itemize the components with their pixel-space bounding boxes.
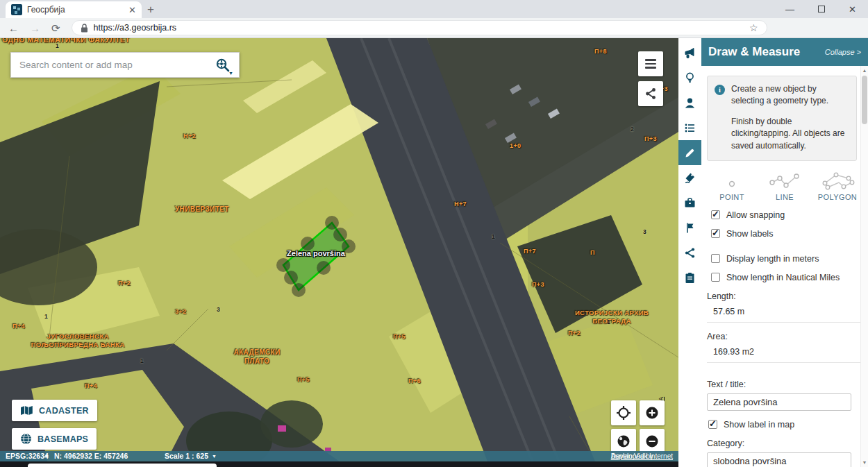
cadaster-button[interactable]: CADASTER	[12, 400, 97, 421]
epsg-caret-icon[interactable]: ▼	[44, 451, 49, 461]
address-bar[interactable]: https://a3.geosrbija.rs ☆	[72, 20, 767, 35]
collapse-button[interactable]: Collapse >	[825, 48, 861, 56]
point-icon	[718, 172, 746, 190]
map-canvas[interactable]: ОДНО МАТЕМАТИЧКИ ФАКУЛТЕТУНИВЕРЗИТЕТЈУГО…	[0, 38, 678, 467]
layer-list-tool[interactable]	[678, 115, 701, 140]
drawn-polygon-label: Zelena površina	[280, 249, 352, 257]
lock-icon[interactable]	[81, 24, 88, 33]
parcel-number: 1	[44, 313, 48, 320]
scale-selector[interactable]: Scale 1 : 625	[165, 451, 208, 461]
panel-scrollbar[interactable]: ▲ ▼	[860, 66, 868, 467]
text-title-input[interactable]	[707, 393, 851, 411]
display-length-checkbox[interactable]: Display length in meters	[711, 254, 868, 264]
epsg-selector[interactable]: EPSG:32634	[6, 451, 49, 461]
locate-button[interactable]	[611, 400, 636, 425]
browser-tab[interactable]: Геосрбија ✕	[6, 1, 142, 18]
scroll-down-icon[interactable]: ▼	[861, 460, 868, 465]
bookmark-icon	[684, 222, 696, 234]
share-nodes-icon	[684, 247, 696, 259]
reports-tool[interactable]	[678, 265, 701, 290]
tag-icon	[684, 172, 696, 184]
show-label-in-map-checkbox[interactable]: Show label in map	[708, 420, 868, 430]
bottom-edge-strip	[0, 461, 678, 467]
checkbox[interactable]	[711, 254, 720, 263]
bookmark-star-icon[interactable]: ☆	[749, 22, 758, 33]
basemaps-button[interactable]: BASEMAPS	[12, 428, 97, 450]
pencil-icon	[684, 147, 696, 159]
reload-icon[interactable]: ⟳	[51, 23, 60, 33]
nautical-miles-checkbox[interactable]: Show length in Nautical Miles	[711, 273, 868, 282]
map-menu-button[interactable]	[638, 51, 663, 76]
back-icon[interactable]: ←	[8, 23, 19, 33]
developer-credit: Developed by Asplan Viak Internet	[611, 451, 673, 461]
checkbox[interactable]	[711, 210, 720, 219]
search-settings-button[interactable]: ▼	[214, 56, 232, 74]
map-label: П+2	[118, 280, 131, 287]
checkbox[interactable]	[711, 273, 720, 282]
window-maximize-button[interactable]	[806, 0, 837, 18]
text-title-label: Text / title:	[707, 380, 868, 389]
geometry-type-row: POINT LINE	[706, 172, 864, 201]
globe-button[interactable]	[611, 429, 636, 454]
share-tool[interactable]	[678, 240, 701, 265]
map-label: АКАДЕМСКИ ПЛАТО	[222, 348, 292, 366]
hamburger-icon	[645, 59, 656, 68]
new-tab-button[interactable]: +	[142, 1, 160, 18]
account-tool[interactable]	[678, 90, 701, 115]
search-input[interactable]	[19, 60, 214, 70]
length-label: Length:	[707, 291, 868, 301]
zoom-out-button[interactable]	[640, 429, 665, 454]
zoom-out-icon	[645, 434, 659, 448]
instruction-line-2: Finish by double clicking/tapping. All o…	[731, 116, 849, 152]
map-label: П+8	[594, 48, 607, 56]
tab-close-icon[interactable]: ✕	[128, 6, 136, 15]
zoom-in-button[interactable]	[640, 400, 665, 425]
length-value: 57.65 m	[713, 307, 868, 316]
allow-snapping-checkbox[interactable]: Allow snapping	[711, 210, 868, 220]
checkbox[interactable]	[708, 420, 717, 429]
instructions-box: i Create a new object by selecting a geo…	[707, 76, 857, 161]
basemaps-globe-icon	[20, 433, 32, 445]
locate-icon	[616, 405, 631, 421]
map-label: 3+2	[175, 308, 186, 316]
scale-caret-icon[interactable]: ▼	[212, 451, 217, 461]
map-label: УНИВЕРЗИТЕТ	[175, 205, 229, 214]
zoom-in-icon	[645, 406, 659, 420]
globe-icon	[617, 434, 631, 448]
parcel-number: 1	[607, 319, 610, 325]
parcel-number: 1	[492, 233, 495, 240]
window-minimize-button[interactable]: —	[774, 0, 806, 18]
polygon-icon	[819, 172, 856, 190]
browser-tab-bar: Геосрбија ✕ + — ✕	[0, 0, 868, 18]
megaphone-icon	[684, 47, 696, 59]
browser-toolbar: ← → ⟳ https://a3.geosrbija.rs ☆	[0, 18, 868, 38]
forward-icon[interactable]: →	[30, 23, 40, 33]
line-geometry-button[interactable]: LINE	[758, 172, 811, 201]
draw-measure-panel: Draw & Measure Collapse > i Create a new…	[701, 38, 868, 467]
line-icon	[769, 172, 801, 190]
map-search-box[interactable]: ▼	[10, 52, 240, 78]
draw-measure-tool[interactable]	[678, 140, 701, 165]
briefcase-icon	[684, 197, 696, 209]
show-labels-checkbox[interactable]: Show labels	[711, 229, 868, 239]
panel-body: i Create a new object by selecting a geo…	[701, 66, 868, 467]
map-label: П+2	[568, 330, 581, 337]
panel-title: Draw & Measure	[708, 45, 800, 59]
window-close-button[interactable]: ✕	[837, 0, 868, 18]
polygon-geometry-button[interactable]: POLYGON	[811, 172, 864, 201]
map-label: 1+0	[510, 142, 521, 150]
checkbox[interactable]	[711, 229, 720, 238]
map-status-bar: EPSG:32634 ▼ N: 4962932 E: 457246 Scale …	[0, 451, 678, 461]
category-input[interactable]	[707, 452, 851, 467]
share-icon	[644, 87, 658, 101]
tips-tool[interactable]	[678, 65, 701, 90]
cadaster-label: CADASTER	[39, 406, 89, 416]
scroll-up-icon[interactable]: ▲	[861, 68, 868, 73]
projects-tool[interactable]	[678, 190, 701, 215]
map-share-button[interactable]	[638, 81, 663, 106]
point-geometry-button[interactable]: POINT	[706, 172, 758, 201]
bookmarks-tool[interactable]	[678, 215, 701, 240]
scrollbar-thumb[interactable]	[862, 76, 867, 124]
tags-tool[interactable]	[678, 165, 701, 190]
announcements-tool[interactable]	[678, 40, 701, 65]
